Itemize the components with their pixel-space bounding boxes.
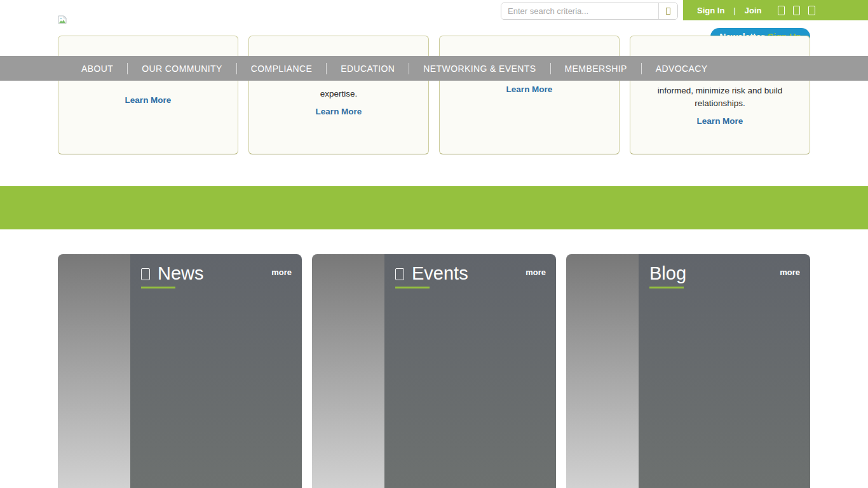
learn-more-link[interactable]: Learn More (125, 95, 172, 105)
panel-title: Events (412, 262, 468, 285)
title-underline (141, 287, 175, 288)
search-box (501, 3, 678, 20)
social-icon-2[interactable] (793, 6, 800, 15)
join-link[interactable]: Join (745, 6, 762, 15)
panel-body (384, 254, 556, 488)
panel-body (639, 254, 810, 488)
panel-image-strip (58, 254, 130, 488)
social-icon-1[interactable] (778, 6, 785, 15)
topbar-separator: | (733, 6, 735, 15)
sign-in-link[interactable]: Sign In (697, 6, 724, 15)
green-banner (0, 186, 868, 229)
feature-card-4: informed, minimize risk and build relati… (630, 36, 810, 154)
events-panel: Events more (312, 254, 556, 488)
panel-header: Blog (649, 262, 686, 285)
nav-item-membership[interactable]: MEMBERSHIP (551, 64, 641, 74)
panel-header: News (141, 262, 204, 285)
main-nav: ABOUT OUR COMMUNITY COMPLIANCE EDUCATION… (0, 56, 868, 81)
news-more-link[interactable]: more (271, 268, 292, 277)
account-topbar: Sign In | Join (683, 0, 868, 20)
page: Sign In | Join Newsletter Sign Up Learn … (0, 0, 868, 488)
news-panel: News more (58, 254, 302, 488)
nav-item-about[interactable]: ABOUT (67, 64, 127, 74)
card-text: informed, minimize risk and build (630, 85, 810, 97)
title-underline (395, 287, 430, 288)
card-text: expertise. (249, 88, 428, 100)
placeholder-glyph-icon (141, 268, 150, 280)
site-logo-broken-image-icon[interactable] (58, 15, 67, 24)
nav-item-networking-events[interactable]: NETWORKING & EVENTS (409, 64, 550, 74)
panel-image-strip (312, 254, 384, 488)
nav-item-our-community[interactable]: OUR COMMUNITY (128, 64, 236, 74)
panel-header: Events (395, 262, 468, 285)
nav-item-education[interactable]: EDUCATION (327, 64, 409, 74)
nav-item-compliance[interactable]: COMPLIANCE (237, 64, 327, 74)
panel-title: Blog (649, 262, 686, 285)
search-input[interactable] (501, 3, 658, 19)
blog-panel: Blog more (566, 254, 810, 488)
feature-card-2: expertise. Learn More (248, 36, 429, 154)
search-icon (666, 8, 670, 15)
blog-more-link[interactable]: more (780, 268, 800, 277)
title-underline (649, 287, 684, 288)
search-button[interactable] (658, 3, 677, 19)
feature-card-3: Learn More (439, 36, 620, 154)
card-text: relationships. (630, 97, 810, 110)
panel-body (130, 254, 302, 488)
social-icons (778, 6, 815, 15)
learn-more-link[interactable]: Learn More (316, 107, 362, 116)
social-icon-3[interactable] (808, 6, 815, 15)
learn-more-link[interactable]: Learn More (506, 85, 553, 94)
nav-item-advocacy[interactable]: ADVOCACY (642, 64, 722, 74)
learn-more-link[interactable]: Learn More (697, 116, 743, 126)
events-more-link[interactable]: more (526, 268, 546, 277)
feature-card-1: Learn More (58, 36, 238, 154)
panel-title: News (158, 262, 204, 285)
panel-image-strip (566, 254, 639, 488)
placeholder-glyph-icon (395, 268, 404, 280)
